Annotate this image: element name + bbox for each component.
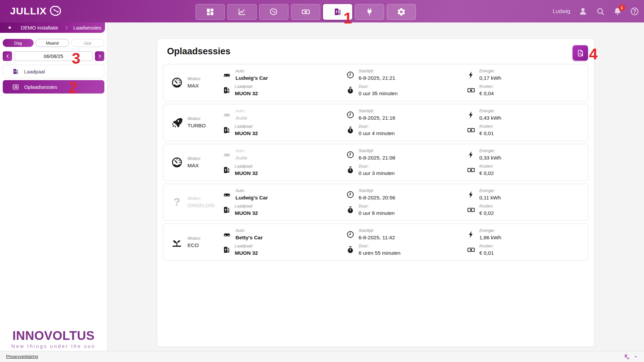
- help-icon[interactable]: [630, 7, 639, 16]
- auto-label: Auto:: [235, 109, 247, 114]
- kosten-value: € 0,02: [479, 210, 494, 216]
- privacy-link[interactable]: Privacyverklaring: [6, 354, 38, 359]
- kosten-label: Kosten:: [479, 84, 494, 89]
- laadpaal-label: Laadpaal:: [235, 204, 258, 209]
- tab-dag[interactable]: Dag: [3, 39, 34, 47]
- lightning-icon: [467, 71, 475, 79]
- kosten-row: Kosten: € 0,01: [467, 244, 501, 256]
- laadpaal-row: Laadpaal: MUON 32: [222, 204, 268, 216]
- sidebar-menu: Laadpaal Oplaadsessies: [3, 65, 104, 94]
- ev-charger-icon: [222, 166, 231, 174]
- laadpaal-label: Laadpaal:: [235, 84, 258, 89]
- nav-ev-button[interactable]: [323, 4, 352, 20]
- search-icon[interactable]: [596, 7, 605, 16]
- clock-icon: [346, 190, 355, 199]
- modus-value: MAX: [187, 162, 201, 169]
- starttijd-label: Starttijd:: [359, 109, 395, 114]
- duur-label: Duur:: [359, 164, 395, 169]
- breadcrumb-root[interactable]: DEMO installatie: [21, 25, 58, 31]
- duur-label: Duur:: [359, 244, 400, 249]
- auto-value: Betty's Car: [235, 234, 263, 241]
- laadpaal-label: Laadpaal:: [235, 244, 258, 249]
- starttijd-value: 6-8-2025, 21:16: [359, 115, 395, 121]
- tab-maand[interactable]: Maand: [36, 39, 69, 47]
- starttijd-row: Starttijd: 6-8-2025, 20:56: [346, 188, 395, 201]
- modus-label: Modus:: [187, 76, 201, 81]
- nav-gear-button[interactable]: [387, 4, 416, 20]
- date-input[interactable]: 06/08/25: [14, 51, 93, 61]
- car-icon: [222, 230, 231, 239]
- notifications-button[interactable]: 1: [613, 7, 622, 16]
- starttijd-value: 6-8-2025, 11:42: [359, 234, 395, 241]
- nav-money-button[interactable]: [291, 4, 320, 20]
- mode-icon: [171, 76, 183, 89]
- clock-icon: [346, 71, 355, 79]
- duur-row: Duur: 0 uur 4 minuten: [346, 124, 395, 136]
- energie-value: 0,11 kWh: [479, 194, 501, 201]
- sidebar-item-oplaadsessies[interactable]: Oplaadsessies: [3, 80, 104, 94]
- sidebar-item-laadpaal[interactable]: Laadpaal: [3, 65, 104, 78]
- duur-label: Duur:: [359, 204, 395, 209]
- breadcrumb-current[interactable]: Laadsessies: [73, 25, 101, 31]
- kosten-row: Kosten: € 0,01: [467, 124, 501, 136]
- money-icon: [467, 246, 475, 254]
- kosten-label: Kosten:: [479, 124, 494, 129]
- prev-day-button[interactable]: [3, 51, 12, 61]
- app-logo[interactable]: JULLIX: [10, 4, 63, 18]
- starttijd-value: 6-8-2025, 20:56: [359, 194, 395, 201]
- export-button[interactable]: [573, 45, 588, 61]
- star-icon[interactable]: [7, 25, 12, 31]
- nav-grid-button[interactable]: [196, 4, 225, 20]
- nav-brain-button[interactable]: [259, 4, 288, 20]
- starttijd-row: Starttijd: 6-8-2025, 21:21: [346, 69, 397, 81]
- duur-value: 0 uur 35 minuten: [359, 90, 397, 97]
- modus-label: Modus:: [187, 156, 201, 161]
- duur-label: Duur:: [359, 84, 397, 89]
- session-mode-cell: Modus: MAX: [171, 64, 201, 101]
- app-header: JULLIX Ludwig 1: [0, 0, 644, 22]
- auto-value: Auto: [235, 155, 247, 161]
- laadpaal-value: MUON 32: [235, 210, 258, 216]
- auto-value: Ludwig's Car: [235, 194, 268, 201]
- energie-label: Energie:: [479, 69, 501, 74]
- chevron-right-icon: [64, 25, 69, 31]
- sessions-panel: Oplaadsessies Modus: MAX Auto: Ludwig's …: [157, 39, 594, 347]
- laadpaal-label: Laadpaal:: [235, 164, 258, 169]
- session-energy-cell: Energie: 0,11 kWh Kosten: € 0,02: [467, 184, 501, 221]
- session-card: Modus: MAX Auto: Auto Laadpaal: MUON 32: [163, 144, 588, 181]
- gear-icon: [397, 7, 406, 16]
- car-icon: [222, 110, 231, 119]
- auto-value: Auto: [235, 115, 247, 121]
- modus-value: ECO: [187, 242, 201, 248]
- clock-icon: [346, 230, 355, 239]
- user-avatar-icon[interactable]: [578, 6, 588, 16]
- laadpaal-label: Laadpaal:: [235, 124, 258, 129]
- innovoltus-brand: INNOVOLTUS New things under the sun: [0, 329, 107, 349]
- duur-row: Duur: 0 uur 35 minuten: [346, 84, 397, 97]
- nav-plug-button[interactable]: [355, 4, 384, 20]
- energie-label: Energie:: [479, 109, 501, 114]
- starttijd-label: Starttijd:: [359, 188, 395, 193]
- starttijd-row: Starttijd: 6-8-2025, 11:42: [346, 228, 400, 241]
- session-card: Modus: MAX Auto: Ludwig's Car Laadpaal: …: [163, 64, 588, 101]
- breadcrumb: DEMO installatie Laadsessies: [0, 22, 105, 33]
- nav-chart-button[interactable]: [227, 4, 257, 20]
- car-icon: [222, 190, 231, 199]
- session-energy-cell: Energie: 1,86 kWh Kosten: € 0,01: [467, 224, 501, 260]
- language-selector[interactable]: [624, 353, 638, 360]
- session-time-cell: Starttijd: 6-8-2025, 21:16 Duur: 0 uur 4…: [346, 104, 395, 141]
- user-name[interactable]: Ludwig: [553, 8, 570, 14]
- tab-jaar[interactable]: Jaar: [71, 39, 105, 47]
- energie-value: 0,33 kWh: [479, 155, 501, 161]
- energie-row: Energie: 0,43 kWh: [467, 109, 501, 121]
- page-title: Oplaadsessies: [167, 46, 230, 57]
- energie-label: Energie:: [479, 228, 501, 233]
- kosten-row: Kosten: € 0,04: [467, 84, 501, 97]
- kosten-label: Kosten:: [479, 204, 494, 209]
- kosten-value: € 0,02: [479, 170, 494, 176]
- mode-icon: [171, 116, 183, 129]
- session-time-cell: Starttijd: 6-8-2025, 21:08 Duur: 0 uur 3…: [346, 144, 395, 181]
- auto-label: Auto:: [235, 188, 268, 193]
- next-day-button[interactable]: [95, 51, 104, 61]
- money-icon: [467, 166, 475, 174]
